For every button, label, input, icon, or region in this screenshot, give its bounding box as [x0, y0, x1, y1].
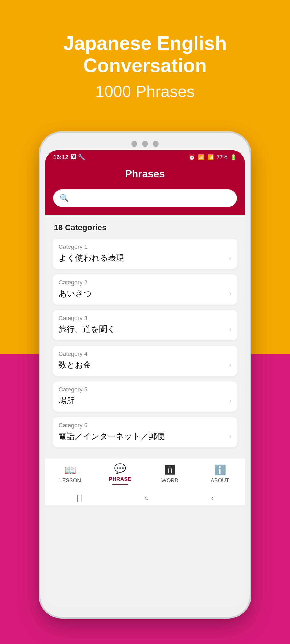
- category-name-6: 電話／インターネット／郵便: [59, 431, 165, 442]
- category-name-row-3: 旅行、道を聞く ›: [59, 324, 231, 335]
- category-name-5: 場所: [59, 395, 75, 406]
- category-name-row-5: 場所 ›: [59, 395, 231, 406]
- category-label-6: Category 6: [59, 422, 231, 429]
- phone-dot-1: [131, 141, 137, 147]
- android-back-icon[interactable]: ‹: [211, 494, 214, 502]
- nav-item-about[interactable]: ℹ️ ABOUT: [195, 464, 245, 484]
- chevron-right-icon-4: ›: [229, 361, 231, 369]
- status-bar: 16:12 🖼 🔧 ⏰ 📶 📶 77% 🔋: [45, 150, 245, 163]
- category-card-4[interactable]: Category 4 数とお金 ›: [53, 346, 237, 376]
- category-label-1: Category 1: [59, 243, 231, 250]
- screen-title: Phrases: [50, 168, 240, 180]
- android-home-icon[interactable]: ○: [144, 494, 149, 502]
- status-icons: 🖼 🔧: [70, 154, 85, 161]
- chevron-right-icon-5: ›: [229, 396, 231, 405]
- phone-dot-2: [142, 141, 148, 147]
- nav-item-word[interactable]: 🅰 WORD: [145, 464, 195, 484]
- nav-item-phrase[interactable]: 💬 PHRASE: [95, 463, 145, 485]
- about-label: ABOUT: [211, 477, 229, 484]
- category-name-3: 旅行、道を聞く: [59, 324, 115, 335]
- wifi-icon: 📶: [198, 154, 205, 160]
- chevron-right-icon-2: ›: [229, 289, 231, 298]
- search-bar[interactable]: 🔍: [53, 189, 237, 207]
- android-nav: ||| ○ ‹: [45, 489, 245, 505]
- category-name-row-1: よく使われる表現 ›: [59, 253, 231, 264]
- bottom-nav: 📖 LESSON 💬 PHRASE 🅰 WORD ℹ️ ABOUT: [45, 458, 245, 489]
- phone-wrapper: 16:12 🖼 🔧 ⏰ 📶 📶 77% 🔋 Phrases 🔍: [40, 133, 250, 617]
- lesson-icon: 📖: [64, 464, 76, 476]
- search-icon: 🔍: [60, 194, 69, 203]
- category-name-4: 数とお金: [59, 360, 91, 371]
- categories-count: 18 Categories: [53, 223, 237, 232]
- category-label-4: Category 4: [59, 350, 231, 357]
- app-subtitle: 1000 Phrases: [16, 82, 274, 101]
- phrase-label: PHRASE: [109, 476, 131, 482]
- category-card-6[interactable]: Category 6 電話／インターネット／郵便 ›: [53, 417, 237, 447]
- category-card-5[interactable]: Category 5 場所 ›: [53, 381, 237, 412]
- status-left: 16:12 🖼 🔧: [53, 154, 85, 161]
- phone-dot-3: [153, 141, 159, 147]
- category-label-2: Category 2: [59, 279, 231, 286]
- category-card-1[interactable]: Category 1 よく使われる表現 ›: [53, 239, 237, 269]
- phone-screen: 16:12 🖼 🔧 ⏰ 📶 📶 77% 🔋 Phrases 🔍: [45, 150, 245, 606]
- content-area: 18 Categories Category 1 よく使われる表現 › Cate…: [45, 215, 245, 458]
- app-header: Japanese English Conversation 1000 Phras…: [0, 0, 290, 117]
- nav-item-lesson[interactable]: 📖 LESSON: [45, 464, 95, 484]
- word-label: WORD: [161, 477, 178, 484]
- phone-notch-area: [45, 141, 245, 147]
- top-bar: Phrases: [45, 163, 245, 189]
- category-name-row-4: 数とお金 ›: [59, 360, 231, 371]
- status-right: ⏰ 📶 📶 77% 🔋: [189, 154, 237, 160]
- category-card-2[interactable]: Category 2 あいさつ ›: [53, 274, 237, 305]
- category-name-row-2: あいさつ ›: [59, 288, 231, 299]
- phone-frame: 16:12 🖼 🔧 ⏰ 📶 📶 77% 🔋 Phrases 🔍: [40, 133, 250, 617]
- battery-text: 77%: [217, 154, 227, 160]
- battery-icon: 🔋: [230, 154, 237, 160]
- about-icon: ℹ️: [214, 464, 226, 476]
- chevron-right-icon-1: ›: [229, 254, 231, 262]
- chevron-right-icon-6: ›: [229, 432, 231, 441]
- word-icon: 🅰: [165, 464, 175, 476]
- signal-icon: 📶: [207, 154, 214, 160]
- lesson-label: LESSON: [59, 477, 81, 484]
- category-name-row-6: 電話／インターネット／郵便 ›: [59, 431, 231, 442]
- category-name-2: あいさつ: [59, 288, 92, 299]
- category-card-3[interactable]: Category 3 旅行、道を聞く ›: [53, 310, 237, 340]
- category-name-1: よく使われる表現: [59, 253, 124, 264]
- phrase-icon: 💬: [114, 463, 126, 474]
- alarm-icon: ⏰: [189, 154, 195, 160]
- search-bar-container: 🔍: [45, 189, 245, 215]
- category-label-3: Category 3: [59, 315, 231, 322]
- status-time: 16:12: [53, 154, 68, 161]
- nav-active-indicator: [112, 484, 128, 485]
- chevron-right-icon-3: ›: [229, 325, 231, 334]
- android-menu-icon[interactable]: |||: [76, 494, 82, 502]
- category-label-5: Category 5: [59, 386, 231, 393]
- app-title: Japanese English Conversation: [16, 32, 274, 77]
